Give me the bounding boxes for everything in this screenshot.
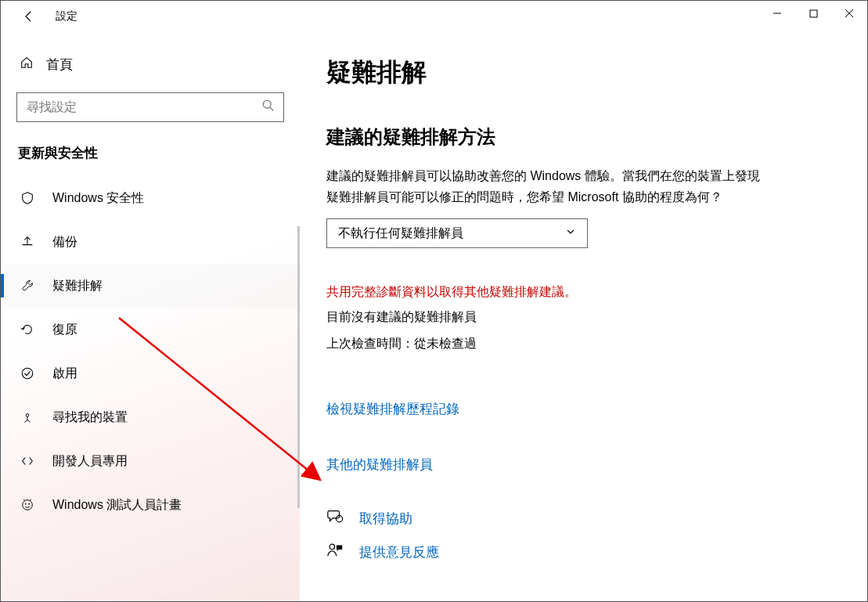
content-area: 疑難排解 建議的疑難排解方法 建議的疑難排解員可以協助改善您的 Windows … [300, 32, 867, 601]
get-help-row[interactable]: 取得協助 [326, 508, 836, 529]
backup-icon [20, 235, 35, 249]
sidebar-home-label: 首頁 [46, 56, 73, 74]
check-circle-icon [20, 366, 35, 380]
sidebar-item-backup[interactable]: 備份 [1, 220, 300, 264]
page-title: 疑難排解 [326, 56, 836, 90]
additional-troubleshooters-link[interactable]: 其他的疑難排解員 [326, 456, 836, 474]
sidebar-item-findmydevice[interactable]: 尋找我的裝置 [1, 395, 300, 439]
dropdown-value: 不執行任何疑難排解員 [338, 225, 463, 242]
sidebar-item-recovery[interactable]: 復原 [1, 308, 300, 351]
svg-point-10 [330, 545, 334, 550]
sidebar-item-label: 啟用 [52, 366, 77, 382]
feedback-icon [326, 542, 345, 563]
get-help-link[interactable]: 取得協助 [359, 510, 412, 528]
sidebar: 首頁 更新與安全性 Windows 安全性 [1, 32, 300, 601]
chevron-down-icon [565, 226, 576, 240]
titlebar: 設定 [1, 1, 867, 32]
sidebar-item-troubleshoot[interactable]: 疑難排解 [1, 264, 300, 308]
search-icon [261, 99, 276, 116]
shield-icon [20, 191, 35, 205]
window-title: 設定 [56, 9, 77, 23]
sidebar-item-insider[interactable]: Windows 測試人員計畫 [1, 483, 300, 527]
minimize-button[interactable] [759, 1, 795, 26]
sidebar-item-label: 備份 [52, 234, 77, 251]
feedback-link[interactable]: 提供意見反應 [359, 543, 439, 561]
sidebar-item-security[interactable]: Windows 安全性 [1, 176, 300, 220]
no-recommend-text: 目前沒有建議的疑難排解員 [326, 304, 836, 330]
sidebar-item-label: Windows 測試人員計畫 [52, 497, 182, 514]
sidebar-item-activation[interactable]: 啟用 [1, 351, 300, 395]
description-text: 建議的疑難排解員可以協助改善您的 Windows 體驗。當我們在您的裝置上發現疑… [326, 165, 765, 207]
feedback-row[interactable]: 提供意見反應 [326, 542, 836, 563]
wrench-icon [20, 279, 35, 293]
svg-line-3 [270, 107, 273, 110]
insider-icon [20, 498, 35, 512]
svg-point-5 [26, 414, 29, 417]
svg-point-6 [23, 500, 33, 510]
findmydevice-icon [20, 410, 35, 424]
maximize-button[interactable] [795, 1, 831, 26]
svg-rect-1 [810, 10, 817, 17]
recovery-icon [20, 323, 35, 337]
svg-point-4 [22, 368, 33, 379]
nav-list: Windows 安全性 備份 疑難排解 [1, 176, 300, 527]
sidebar-item-label: 復原 [52, 322, 77, 338]
code-icon [20, 454, 35, 468]
sidebar-item-label: 尋找我的裝置 [52, 409, 128, 426]
sidebar-item-label: 開發人員專用 [52, 453, 128, 470]
svg-point-2 [263, 100, 271, 108]
sidebar-section-header: 更新與安全性 [1, 136, 300, 176]
sidebar-home[interactable]: 首頁 [1, 48, 300, 81]
sidebar-item-developers[interactable]: 開發人員專用 [1, 439, 300, 483]
svg-point-7 [25, 503, 27, 505]
sidebar-item-label: Windows 安全性 [52, 190, 144, 207]
search-box[interactable] [16, 92, 284, 122]
close-button[interactable] [831, 1, 867, 26]
history-link[interactable]: 檢視疑難排解歷程記錄 [326, 400, 836, 418]
back-button[interactable] [16, 4, 41, 29]
home-icon [20, 56, 34, 74]
chat-icon [326, 508, 345, 529]
svg-point-8 [28, 503, 30, 505]
troubleshoot-preference-dropdown[interactable]: 不執行任何疑難排解員 [326, 218, 588, 248]
section-subtitle: 建議的疑難排解方法 [326, 124, 836, 150]
sidebar-item-label: 疑難排解 [52, 278, 103, 294]
scrollbar[interactable] [297, 226, 300, 508]
last-check-text: 上次檢查時間：從未檢查過 [326, 330, 836, 357]
search-input[interactable] [27, 100, 238, 114]
diagnostic-warning: 共用完整診斷資料以取得其他疑難排解建議。 [326, 281, 836, 304]
